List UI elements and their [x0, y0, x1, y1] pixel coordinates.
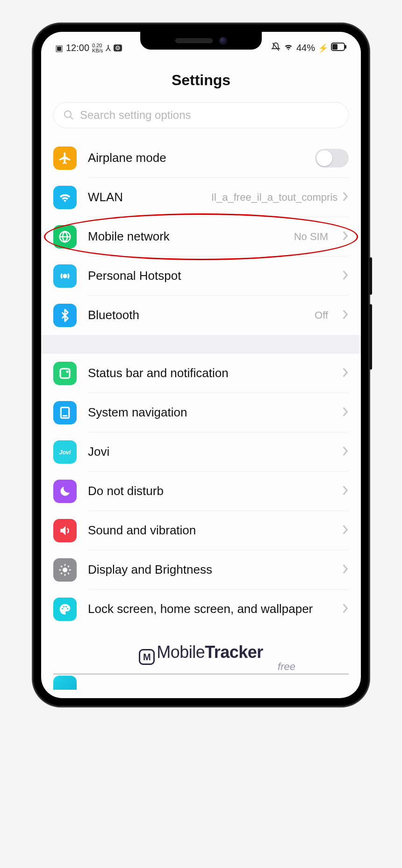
row-mobile[interactable]: Mobile networkNo SIM	[41, 217, 361, 256]
chevron-right-icon	[339, 367, 349, 379]
row-label: Personal Hotspot	[88, 269, 328, 283]
screen: ▣ 12:00 0.20 KB/s ⅄ ⚙ 44% ⚡	[41, 32, 361, 698]
chevron-right-icon	[339, 485, 349, 497]
usb-icon: ⅄	[106, 43, 111, 53]
row-display[interactable]: Display and Brightness	[41, 550, 361, 590]
moon-icon	[53, 480, 77, 503]
palette-icon	[53, 598, 77, 621]
svg-line-18	[61, 566, 62, 567]
row-label: Do not disturb	[88, 484, 328, 498]
data-speed: 0.20 KB/s	[92, 43, 103, 53]
front-camera	[219, 37, 227, 44]
clock: 12:00	[66, 43, 89, 53]
svg-point-13	[63, 568, 67, 572]
svg-rect-2	[332, 44, 337, 50]
row-label: Lock screen, home screen, and wallpaper	[88, 602, 328, 616]
row-label: Status bar and notification	[88, 366, 328, 380]
row-label: Sound and vibration	[88, 524, 328, 538]
row-jovi[interactable]: JoviJovi	[41, 432, 361, 472]
row-dnd[interactable]: Do not disturb	[41, 472, 361, 511]
hotspot-icon	[53, 264, 77, 288]
row-nav[interactable]: System navigation	[41, 393, 361, 432]
airplane-icon	[53, 146, 77, 170]
svg-line-19	[68, 573, 69, 574]
debug-icon: ⚙	[114, 44, 122, 51]
svg-point-24	[65, 606, 67, 607]
chevron-right-icon	[339, 407, 349, 419]
chevron-right-icon	[339, 603, 349, 615]
svg-point-23	[63, 606, 65, 607]
row-label: Jovi	[88, 445, 328, 459]
row-label: Bluetooth	[88, 308, 303, 322]
svg-rect-3	[345, 45, 346, 49]
charging-icon: ⚡	[318, 43, 328, 53]
speaker-grille	[175, 38, 213, 43]
globe-icon	[53, 225, 77, 248]
svg-point-7	[64, 275, 66, 277]
statusbar-icon	[53, 362, 77, 385]
svg-rect-8	[60, 369, 70, 378]
sound-icon	[53, 519, 77, 542]
svg-text:Jovi: Jovi	[59, 449, 71, 456]
wifi-icon	[283, 42, 294, 54]
svg-line-21	[68, 566, 69, 567]
notch	[140, 32, 262, 50]
battery-percent: 44%	[296, 43, 315, 53]
row-value: No SIM	[294, 231, 328, 242]
wifi-icon	[53, 186, 77, 209]
brightness-icon	[53, 558, 77, 582]
svg-line-5	[70, 117, 73, 119]
row-airplane[interactable]: Airplane mode	[41, 139, 361, 178]
chevron-right-icon	[339, 309, 349, 321]
scroll-indicator	[53, 673, 349, 675]
chevron-right-icon	[339, 446, 349, 458]
svg-point-22	[62, 608, 63, 609]
chevron-right-icon	[339, 270, 349, 282]
watermark: MMobileTracker free	[41, 642, 361, 673]
svg-rect-11	[63, 415, 67, 416]
row-label: Mobile network	[88, 230, 283, 244]
chevron-right-icon	[339, 525, 349, 537]
row-value: Off	[315, 310, 328, 321]
jovi-icon: Jovi	[53, 440, 77, 464]
row-status[interactable]: Status bar and notification	[41, 354, 361, 393]
phone-frame: ▣ 12:00 0.20 KB/s ⅄ ⚙ 44% ⚡	[33, 23, 369, 707]
bluetooth-icon	[53, 304, 77, 327]
row-lock[interactable]: Lock screen, home screen, and wallpaper	[41, 590, 361, 629]
row-wlan[interactable]: WLANIl_a_free_il_a_tout_compris	[41, 178, 361, 217]
toggle-airplane[interactable]	[315, 149, 349, 168]
row-hotspot[interactable]: Personal Hotspot	[41, 256, 361, 296]
row-label: Display and Brightness	[88, 563, 328, 577]
chevron-right-icon	[339, 231, 349, 243]
row-sound[interactable]: Sound and vibration	[41, 511, 361, 550]
search-input[interactable]: Search setting options	[53, 102, 349, 128]
chevron-right-icon	[339, 191, 349, 204]
svg-line-20	[61, 573, 62, 574]
row-label: Airplane mode	[88, 151, 304, 165]
row-label: System navigation	[88, 406, 328, 420]
svg-point-9	[66, 371, 69, 373]
partial-next-row-icon	[53, 676, 77, 690]
chevron-right-icon	[339, 564, 349, 576]
page-title: Settings	[41, 58, 361, 102]
mute-icon	[271, 42, 280, 54]
row-bluetooth[interactable]: BluetoothOff	[41, 296, 361, 335]
search-placeholder: Search setting options	[80, 109, 191, 122]
section-divider	[41, 335, 361, 354]
row-label: WLAN	[88, 190, 200, 204]
svg-point-4	[65, 111, 71, 117]
no-sim-icon: ▣	[55, 43, 63, 53]
battery-icon	[331, 43, 347, 53]
svg-point-25	[67, 608, 68, 609]
row-value: Il_a_free_il_a_tout_compris	[211, 192, 328, 203]
nav-icon	[53, 401, 77, 424]
settings-list[interactable]: Airplane modeWLANIl_a_free_il_a_tout_com…	[41, 139, 361, 629]
search-icon	[63, 109, 74, 121]
watermark-logo: M	[139, 649, 155, 665]
